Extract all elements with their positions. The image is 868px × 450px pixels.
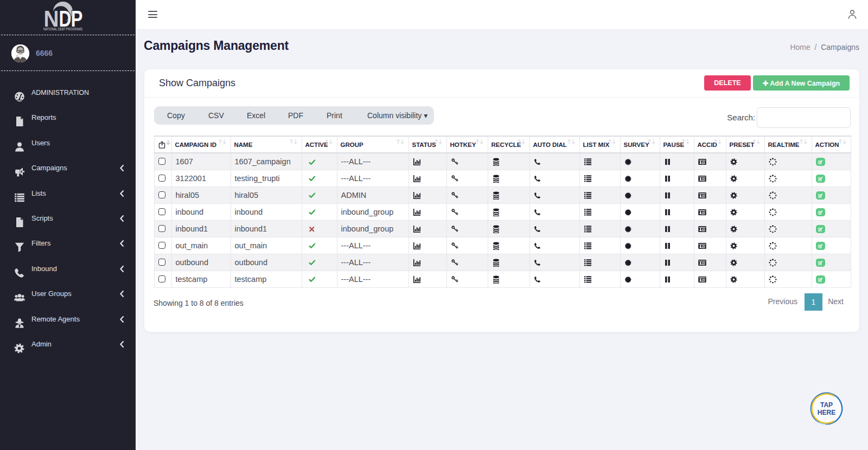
- svg-text:HERE: HERE: [818, 409, 835, 416]
- svg-text:TAP: TAP: [820, 401, 833, 409]
- svg-text:NATIONAL DEBT PROGRAMS: NATIONAL DEBT PROGRAMS: [43, 27, 82, 31]
